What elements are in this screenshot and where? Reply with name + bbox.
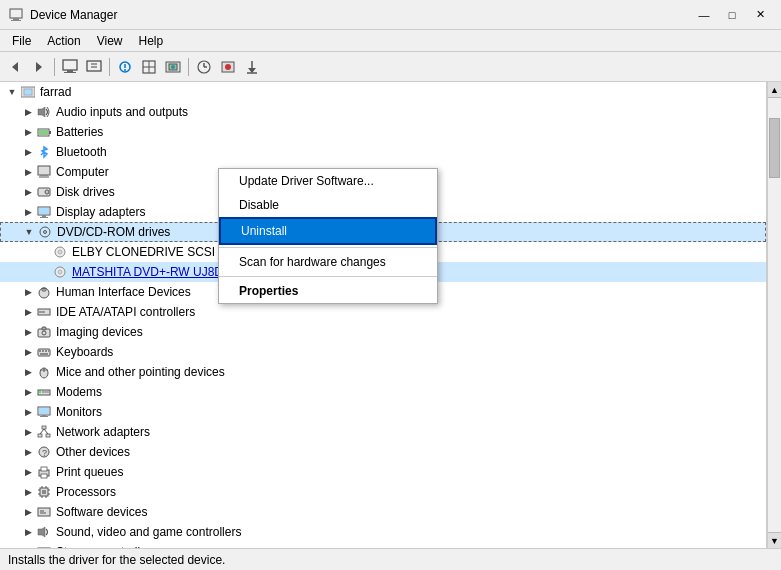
tree-item-print[interactable]: ▶ Print queues bbox=[0, 462, 766, 482]
display-expand[interactable]: ▶ bbox=[20, 204, 36, 220]
imaging-expand[interactable]: ▶ bbox=[20, 324, 36, 340]
ide-icon bbox=[36, 304, 52, 320]
tree-item-storage[interactable]: ▶ Storage controllers bbox=[0, 542, 766, 548]
svg-marker-4 bbox=[36, 62, 42, 72]
keyboards-expand[interactable]: ▶ bbox=[20, 344, 36, 360]
svg-rect-1 bbox=[13, 18, 19, 20]
dvd-label: DVD/CD-ROM drives bbox=[57, 225, 170, 239]
modems-expand[interactable]: ▶ bbox=[20, 384, 36, 400]
maximize-button[interactable]: □ bbox=[719, 5, 745, 25]
tree-item-bluetooth[interactable]: ▶ Bluetooth bbox=[0, 142, 766, 162]
window-controls[interactable]: — □ ✕ bbox=[691, 5, 773, 25]
monitors-expand[interactable]: ▶ bbox=[20, 404, 36, 420]
root-label: farrad bbox=[40, 85, 71, 99]
menu-action[interactable]: Action bbox=[39, 32, 88, 50]
tree-item-audio[interactable]: ▶ Audio inputs and outputs bbox=[0, 102, 766, 122]
tree-item-ide[interactable]: ▶ IDE ATA/ATAPI controllers bbox=[0, 302, 766, 322]
audio-icon bbox=[36, 104, 52, 120]
storage-label: Storage controllers bbox=[56, 545, 157, 548]
svg-rect-66 bbox=[39, 350, 41, 352]
minimize-button[interactable]: — bbox=[691, 5, 717, 25]
network-icon bbox=[36, 424, 52, 440]
diskdrives-expand[interactable]: ▶ bbox=[20, 184, 36, 200]
audio-label: Audio inputs and outputs bbox=[56, 105, 188, 119]
toolbar-btn-3[interactable] bbox=[59, 56, 81, 78]
software-icon bbox=[36, 504, 52, 520]
tree-item-other[interactable]: ▶ ? Other devices bbox=[0, 442, 766, 462]
print-expand[interactable]: ▶ bbox=[20, 464, 36, 480]
toolbar-btn-9[interactable] bbox=[217, 56, 239, 78]
tree-item-keyboards[interactable]: ▶ Keyboards bbox=[0, 342, 766, 362]
tree-item-software[interactable]: ▶ Software devices bbox=[0, 502, 766, 522]
tree-item-monitors[interactable]: ▶ Monitors bbox=[0, 402, 766, 422]
other-label: Other devices bbox=[56, 445, 130, 459]
toolbar-btn-6[interactable] bbox=[138, 56, 160, 78]
back-button[interactable] bbox=[4, 56, 26, 78]
context-menu-update[interactable]: Update Driver Software... bbox=[219, 169, 437, 193]
computer-expand[interactable]: ▶ bbox=[20, 164, 36, 180]
batteries-icon bbox=[36, 124, 52, 140]
tree-item-modems[interactable]: ▶ Modems bbox=[0, 382, 766, 402]
tree-item-mice[interactable]: ▶ Mice and other pointing devices bbox=[0, 362, 766, 382]
context-menu-properties[interactable]: Properties bbox=[219, 279, 437, 303]
svg-rect-44 bbox=[42, 215, 46, 217]
menu-file[interactable]: File bbox=[4, 32, 39, 50]
svg-point-51 bbox=[60, 252, 61, 253]
software-expand[interactable]: ▶ bbox=[20, 504, 36, 520]
context-menu-scan[interactable]: Scan for hardware changes bbox=[219, 250, 437, 274]
processors-icon bbox=[36, 484, 52, 500]
device-tree[interactable]: ▼ farrad ▶ Audio inputs and outputs bbox=[0, 82, 767, 548]
context-menu: Update Driver Software... Disable Uninst… bbox=[218, 168, 438, 304]
menu-view[interactable]: View bbox=[89, 32, 131, 50]
display-label: Display adapters bbox=[56, 205, 145, 219]
svg-rect-32 bbox=[39, 130, 48, 135]
batteries-label: Batteries bbox=[56, 125, 103, 139]
svg-rect-82 bbox=[38, 434, 42, 437]
context-menu-disable[interactable]: Disable bbox=[219, 193, 437, 217]
other-expand[interactable]: ▶ bbox=[20, 444, 36, 460]
context-menu-uninstall[interactable]: Uninstall bbox=[219, 217, 437, 245]
dvd-expand[interactable]: ▼ bbox=[21, 224, 37, 240]
audio-expand[interactable]: ▶ bbox=[20, 104, 36, 120]
computer-icon bbox=[36, 164, 52, 180]
print-label: Print queues bbox=[56, 465, 123, 479]
forward-button[interactable] bbox=[28, 56, 50, 78]
toolbar-btn-8[interactable] bbox=[193, 56, 215, 78]
batteries-expand[interactable]: ▶ bbox=[20, 124, 36, 140]
ide-expand[interactable]: ▶ bbox=[20, 304, 36, 320]
mice-expand[interactable]: ▶ bbox=[20, 364, 36, 380]
matshita-label: MATSHITA DVD+-RW UJ8D1 bbox=[72, 265, 230, 279]
tree-item-batteries[interactable]: ▶ Batteries bbox=[0, 122, 766, 142]
svg-point-75 bbox=[39, 391, 41, 393]
toolbar-btn-4[interactable] bbox=[83, 56, 105, 78]
tree-item-sound[interactable]: ▶ Sound, video and game controllers bbox=[0, 522, 766, 542]
hid-expand[interactable]: ▶ bbox=[20, 284, 36, 300]
ide-label: IDE ATA/ATAPI controllers bbox=[56, 305, 195, 319]
processors-expand[interactable]: ▶ bbox=[20, 484, 36, 500]
network-expand[interactable]: ▶ bbox=[20, 424, 36, 440]
elby-icon bbox=[52, 244, 68, 260]
tree-item-imaging[interactable]: ▶ Imaging devices bbox=[0, 322, 766, 342]
toolbar-btn-5[interactable] bbox=[114, 56, 136, 78]
sound-expand[interactable]: ▶ bbox=[20, 524, 36, 540]
svg-rect-101 bbox=[38, 508, 50, 516]
svg-marker-104 bbox=[38, 527, 45, 537]
menu-help[interactable]: Help bbox=[131, 32, 172, 50]
toolbar-btn-7[interactable] bbox=[162, 56, 184, 78]
bluetooth-expand[interactable]: ▶ bbox=[20, 144, 36, 160]
scrollbar[interactable]: ▲ ▼ bbox=[767, 82, 781, 548]
elby-expand bbox=[36, 244, 52, 260]
root-expand-icon[interactable]: ▼ bbox=[4, 84, 20, 100]
tree-item-network[interactable]: ▶ Network adapters bbox=[0, 422, 766, 442]
storage-expand[interactable]: ▶ bbox=[20, 544, 36, 548]
diskdrives-icon bbox=[36, 184, 52, 200]
close-button[interactable]: ✕ bbox=[747, 5, 773, 25]
svg-rect-78 bbox=[39, 408, 49, 414]
bluetooth-label: Bluetooth bbox=[56, 145, 107, 159]
tree-item-processors[interactable]: ▶ Processors bbox=[0, 482, 766, 502]
mice-icon bbox=[36, 364, 52, 380]
toolbar-btn-10[interactable] bbox=[241, 56, 263, 78]
svg-rect-43 bbox=[39, 208, 49, 214]
tree-root[interactable]: ▼ farrad bbox=[0, 82, 766, 102]
context-menu-sep bbox=[219, 247, 437, 248]
